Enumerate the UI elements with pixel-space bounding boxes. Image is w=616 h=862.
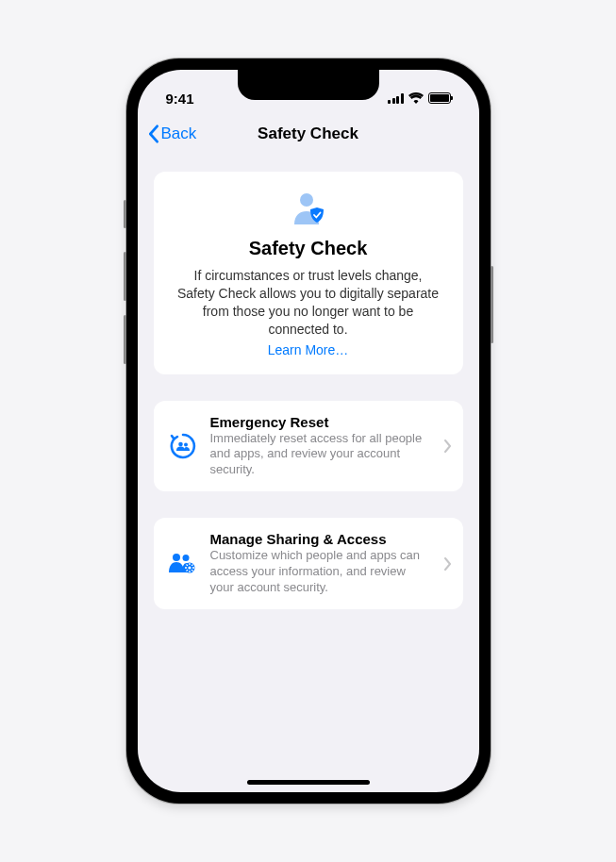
- svg-point-4: [182, 555, 189, 561]
- reset-people-icon: [167, 431, 199, 461]
- chevron-right-icon: [444, 439, 452, 453]
- svg-point-6: [188, 566, 191, 569]
- device-side-button: [124, 200, 126, 228]
- learn-more-link[interactable]: Learn More…: [175, 342, 442, 357]
- svg-point-3: [173, 554, 180, 561]
- chevron-right-icon: [444, 557, 452, 571]
- device-side-button: [124, 315, 126, 364]
- device-side-button: [491, 266, 493, 343]
- option-description: Customize which people and apps can acce…: [210, 548, 433, 596]
- svg-point-2: [184, 442, 188, 446]
- screen: 9:41 Back Safety Check: [138, 70, 479, 792]
- hero-title: Safety Check: [175, 238, 442, 259]
- hero-card: Safety Check If circumstances or trust l…: [154, 172, 463, 374]
- battery-icon: [428, 92, 451, 104]
- option-title: Manage Sharing & Access: [210, 531, 433, 547]
- svg-point-1: [178, 442, 183, 447]
- back-button[interactable]: Back: [147, 124, 197, 143]
- home-indicator[interactable]: [247, 780, 370, 785]
- cellular-signal-icon: [388, 93, 404, 104]
- device-notch: [238, 70, 379, 100]
- content-area: Safety Check If circumstances or trust l…: [138, 155, 479, 653]
- status-indicators: [388, 92, 451, 104]
- page-title: Safety Check: [258, 124, 358, 143]
- manage-sharing-access-button[interactable]: Manage Sharing & Access Customize which …: [154, 518, 463, 609]
- wifi-icon: [408, 92, 424, 104]
- option-title: Emergency Reset: [210, 414, 433, 430]
- device-frame: 9:41 Back Safety Check: [126, 58, 491, 804]
- emergency-reset-button[interactable]: Emergency Reset Immediately reset access…: [154, 401, 463, 492]
- device-side-button: [124, 252, 126, 301]
- svg-point-0: [300, 193, 313, 207]
- person-shield-check-icon: [175, 191, 442, 228]
- hero-description: If circumstances or trust levels change,…: [175, 267, 442, 339]
- option-description: Immediately reset access for all people …: [210, 431, 433, 479]
- status-time: 9:41: [166, 91, 194, 107]
- navigation-bar: Back Safety Check: [138, 113, 479, 155]
- back-label: Back: [161, 124, 197, 143]
- people-gear-icon: [167, 550, 199, 578]
- chevron-left-icon: [147, 124, 159, 143]
